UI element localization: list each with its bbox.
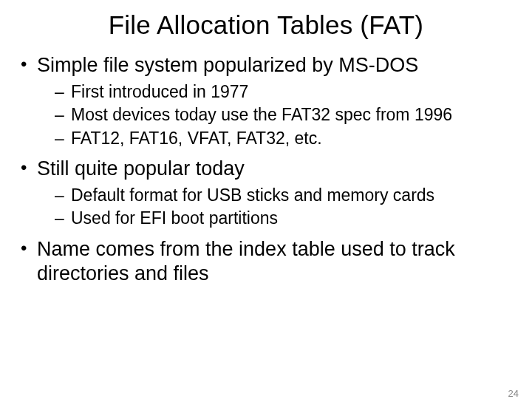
page-number: 24	[508, 388, 519, 399]
slide-content: Simple file system popularized by MS-DOS…	[0, 53, 532, 287]
bullet-item: Simple file system popularized by MS-DOS…	[16, 53, 516, 149]
slide: File Allocation Tables (FAT) Simple file…	[0, 10, 532, 399]
sub-bullet-item: Most devices today use the FAT32 spec fr…	[55, 104, 516, 126]
sub-bullet-text: Used for EFI boot partitions	[71, 208, 278, 228]
bullet-item: Still quite popular today Default format…	[16, 157, 516, 230]
sub-bullet-list: Default format for USB sticks and memory…	[37, 185, 516, 230]
sub-bullet-text: Default format for USB sticks and memory…	[71, 185, 434, 205]
sub-bullet-item: First introduced in 1977	[55, 81, 516, 103]
bullet-item: Name comes from the index table used to …	[16, 237, 516, 287]
sub-bullet-item: FAT12, FAT16, VFAT, FAT32, etc.	[55, 128, 516, 149]
sub-bullet-text: Most devices today use the FAT32 spec fr…	[71, 105, 452, 124]
bullet-list: Simple file system popularized by MS-DOS…	[16, 53, 516, 287]
sub-bullet-text: FAT12, FAT16, VFAT, FAT32, etc.	[71, 129, 322, 148]
bullet-text: Still quite popular today	[37, 157, 245, 180]
slide-title: File Allocation Tables (FAT)	[0, 10, 532, 40]
sub-bullet-item: Used for EFI boot partitions	[55, 208, 516, 229]
sub-bullet-text: First introduced in 1977	[71, 82, 248, 101]
sub-bullet-list: First introduced in 1977 Most devices to…	[37, 81, 516, 149]
sub-bullet-item: Default format for USB sticks and memory…	[55, 185, 516, 206]
bullet-text: Name comes from the index table used to …	[37, 238, 455, 285]
bullet-text: Simple file system popularized by MS-DOS	[37, 54, 418, 76]
